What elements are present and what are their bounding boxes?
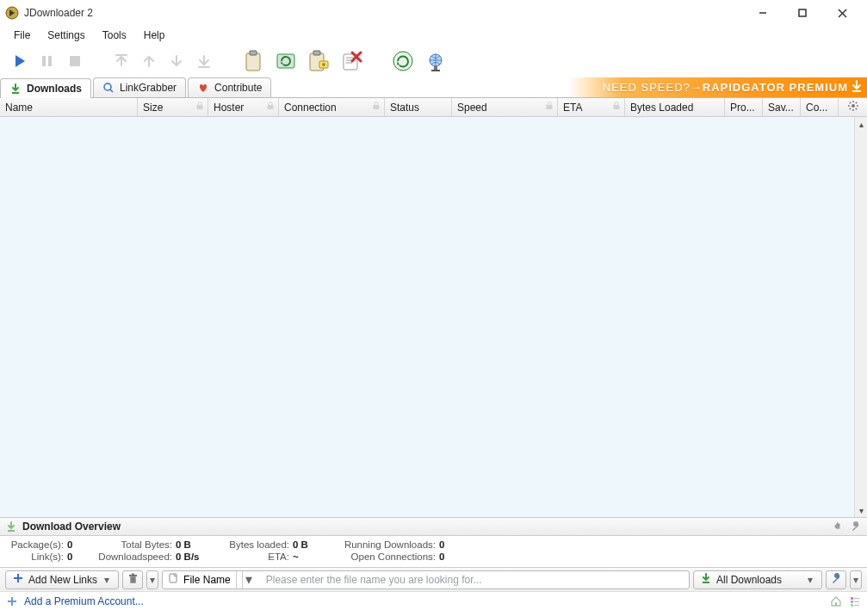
promo-download-icon bbox=[850, 79, 864, 95]
lock-icon bbox=[545, 101, 554, 113]
pin-icon[interactable] bbox=[833, 521, 845, 533]
gear-icon bbox=[848, 101, 858, 114]
search-input[interactable] bbox=[261, 571, 689, 588]
tabs-row: Downloads LinkGrabber Contribute NEED SP… bbox=[0, 77, 867, 98]
close-button[interactable] bbox=[822, 0, 862, 26]
overview-eta-value: ~ bbox=[293, 551, 319, 562]
file-icon bbox=[168, 573, 178, 586]
clipboard-icon[interactable] bbox=[238, 46, 269, 77]
svg-rect-7 bbox=[70, 56, 80, 66]
tools-dropdown[interactable]: ▾ bbox=[850, 570, 862, 589]
tab-contribute[interactable]: Contribute bbox=[188, 77, 271, 97]
overview-header: Download Overview bbox=[0, 517, 867, 536]
col-name[interactable]: Name bbox=[0, 98, 138, 116]
overview-bytesloaded-label: Bytes loaded: bbox=[207, 539, 293, 550]
svg-line-41 bbox=[849, 108, 850, 109]
promo-right: RAPIDGATOR PREMIUM bbox=[703, 81, 848, 94]
col-progress[interactable]: Pro... bbox=[725, 98, 763, 116]
filename-filter-type[interactable]: File Name bbox=[163, 571, 237, 588]
svg-rect-8 bbox=[246, 53, 260, 71]
scroll-down-icon[interactable]: ▾ bbox=[855, 503, 867, 517]
svg-rect-23 bbox=[434, 66, 437, 70]
all-downloads-button[interactable]: All Downloads ▾ bbox=[693, 570, 822, 589]
svg-rect-5 bbox=[42, 56, 46, 66]
col-comment[interactable]: Co... bbox=[801, 98, 839, 116]
play-button[interactable] bbox=[7, 48, 33, 74]
col-save-to[interactable]: Sav... bbox=[763, 98, 801, 116]
col-hoster[interactable]: Hoster bbox=[208, 98, 279, 116]
remove-package-icon[interactable] bbox=[336, 46, 367, 77]
svg-rect-56 bbox=[835, 602, 837, 606]
pause-button[interactable] bbox=[34, 48, 60, 74]
svg-rect-24 bbox=[431, 70, 440, 71]
col-eta[interactable]: ETA bbox=[558, 98, 625, 116]
wrench-icon[interactable] bbox=[850, 521, 862, 533]
download-list[interactable]: ▴ ▾ bbox=[0, 117, 867, 517]
overview-running-label: Running Downloads: bbox=[319, 539, 439, 550]
filename-filter-dropdown[interactable]: ▾ bbox=[242, 571, 256, 588]
stop-button[interactable] bbox=[62, 48, 88, 74]
col-connection[interactable]: Connection bbox=[279, 98, 385, 116]
trash-dropdown[interactable]: ▾ bbox=[146, 570, 158, 589]
svg-rect-2 bbox=[799, 9, 806, 16]
download-icon bbox=[9, 83, 22, 95]
move-bottom-button[interactable] bbox=[191, 48, 217, 74]
svg-rect-31 bbox=[374, 105, 380, 109]
overview-packages-value: 0 bbox=[67, 539, 83, 550]
overview-downloadspeed-label: Downloadspeed: bbox=[83, 551, 176, 562]
col-speed[interactable]: Speed bbox=[452, 98, 558, 116]
add-premium-link[interactable]: Add a Premium Account... bbox=[24, 595, 144, 607]
tab-downloads[interactable]: Downloads bbox=[0, 78, 91, 98]
clipboard-monitor-icon[interactable] bbox=[303, 46, 334, 77]
svg-rect-47 bbox=[129, 575, 137, 576]
overview-body: Package(s): 0 Total Bytes: 0 B Bytes loa… bbox=[0, 536, 867, 567]
add-new-links-button[interactable]: Add New Links ▾ bbox=[5, 570, 119, 589]
col-status[interactable]: Status bbox=[385, 98, 452, 116]
svg-rect-59 bbox=[851, 604, 853, 607]
menu-settings[interactable]: Settings bbox=[39, 28, 93, 43]
overview-running-value: 0 bbox=[439, 539, 456, 550]
update-icon[interactable] bbox=[387, 46, 418, 77]
tab-linkgrabber-label: LinkGrabber bbox=[120, 82, 176, 94]
tools-button[interactable] bbox=[826, 570, 846, 589]
plus-icon bbox=[13, 573, 23, 586]
scrollbar[interactable]: ▴ ▾ bbox=[854, 117, 867, 517]
app-icon bbox=[5, 6, 19, 20]
bottom-toolbar: Add New Links ▾ ▾ File Name ▾ All Downlo… bbox=[0, 567, 867, 591]
menu-bar: File Settings Tools Help bbox=[0, 26, 867, 45]
move-top-button[interactable] bbox=[108, 48, 134, 74]
window-controls bbox=[743, 0, 862, 26]
lock-icon bbox=[372, 101, 381, 113]
promo-banner[interactable]: NEED SPEED? → RAPIDGATOR PREMIUM bbox=[568, 77, 867, 97]
overview-eta-label: ETA: bbox=[207, 551, 293, 562]
move-down-button[interactable] bbox=[164, 48, 189, 74]
col-size[interactable]: Size bbox=[138, 98, 208, 116]
chevron-down-icon: ▾ bbox=[852, 574, 860, 586]
svg-point-34 bbox=[852, 104, 855, 108]
col-bytes-loaded[interactable]: Bytes Loaded bbox=[625, 98, 725, 116]
overview-links-value: 0 bbox=[67, 551, 83, 562]
overview-openconn-value: 0 bbox=[439, 551, 456, 562]
svg-point-26 bbox=[104, 83, 111, 90]
tab-linkgrabber[interactable]: LinkGrabber bbox=[93, 77, 186, 97]
menu-tools[interactable]: Tools bbox=[94, 28, 135, 43]
maximize-button[interactable] bbox=[783, 0, 822, 26]
lock-icon bbox=[612, 101, 621, 113]
table-header: Name Size Hoster Connection Status Speed… bbox=[0, 98, 867, 117]
home-icon[interactable] bbox=[829, 594, 843, 608]
svg-point-21 bbox=[393, 52, 412, 71]
minimize-button[interactable] bbox=[743, 0, 783, 26]
filename-filter-label: File Name bbox=[183, 574, 231, 586]
promo-arrow: → bbox=[691, 81, 703, 94]
trash-button[interactable] bbox=[122, 570, 143, 589]
scroll-up-icon[interactable]: ▴ bbox=[855, 117, 867, 131]
col-settings[interactable] bbox=[839, 98, 867, 116]
move-up-button[interactable] bbox=[136, 48, 162, 74]
menu-file[interactable]: File bbox=[5, 28, 39, 43]
download-icon bbox=[5, 521, 17, 533]
menu-help[interactable]: Help bbox=[135, 28, 174, 43]
globe-icon[interactable] bbox=[420, 46, 451, 77]
list-icon[interactable] bbox=[848, 594, 862, 608]
reconnect-icon[interactable] bbox=[270, 46, 301, 77]
overview-bytesloaded-value: 0 B bbox=[293, 539, 319, 550]
